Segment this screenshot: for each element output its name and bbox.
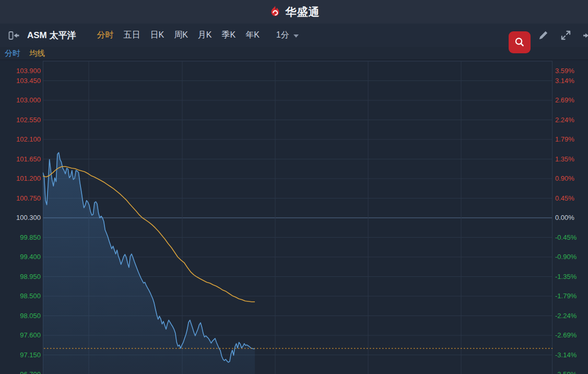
panel-right-icon [582, 30, 588, 41]
draw-button[interactable] [537, 29, 549, 41]
price-axis-label: 99.400 [0, 253, 41, 261]
percent-axis-label: 3.14% [555, 77, 574, 85]
tab-quarterly-k[interactable]: 季K [222, 30, 236, 41]
percent-axis-label: -0.45% [555, 233, 577, 242]
percent-axis-label: -3.59% [555, 370, 577, 374]
percent-axis-label: 3.59% [555, 67, 574, 75]
tab-five-day[interactable]: 五日 [124, 30, 140, 41]
percent-axis-label: 0.00% [555, 214, 574, 222]
interval-dropdown[interactable]: 1分 [276, 30, 299, 41]
tab-monthly-k[interactable]: 月K [198, 30, 212, 41]
price-axis-label: 99.850 [0, 233, 41, 242]
price-axis-label: 97.150 [0, 351, 41, 359]
percent-axis-label: 1.79% [555, 135, 574, 144]
percent-axis-label: 0.90% [555, 174, 574, 183]
percent-axis-label: 2.24% [555, 116, 574, 124]
toolbar-right-icons [537, 24, 588, 47]
panel-collapse-left-icon [8, 30, 20, 41]
percent-axis-label: -0.90% [555, 253, 577, 261]
price-axis-label: 98.500 [0, 292, 41, 300]
price-axis-label: 102.550 [0, 116, 41, 124]
chart-legend: 分时 均线 [0, 47, 588, 60]
percent-axis-label: -2.69% [555, 331, 577, 340]
price-axis-label: 100.750 [0, 194, 41, 203]
legend-minute-line[interactable]: 分时 [5, 49, 20, 59]
chart-toolbar: ASM 太平洋 分时 五日 日K 周K 月K 季K 年K 1分 [0, 24, 588, 48]
dock-panel-button[interactable] [582, 30, 588, 41]
percent-axis-label: -1.35% [555, 273, 577, 281]
interval-label: 1分 [276, 30, 289, 41]
tab-minute[interactable]: 分时 [97, 30, 114, 41]
percent-axis-label: -1.79% [555, 292, 577, 300]
search-icon [513, 36, 526, 49]
price-axis-label: 96.700 [0, 370, 41, 374]
trading-app-window: 华盛通 ASM 太平洋 分时 五日 日K 周K 月K 季K 年K 1分 [0, 0, 588, 374]
symbol-title: ASM 太平洋 [27, 29, 76, 41]
price-axis-label: 97.600 [0, 331, 41, 340]
percent-axis-label: -3.14% [555, 351, 577, 359]
price-axis-label: 101.200 [0, 174, 41, 183]
price-axis-label: 100.300 [0, 214, 41, 222]
search-button[interactable] [509, 31, 531, 53]
price-area-fill [43, 153, 255, 374]
period-tabs: 分时 五日 日K 周K 月K 季K 年K [97, 30, 260, 41]
percent-axis-label: 2.69% [555, 96, 574, 104]
tab-daily-k[interactable]: 日K [150, 30, 164, 41]
price-axis-label: 103.900 [0, 67, 41, 75]
tab-yearly-k[interactable]: 年K [245, 30, 260, 41]
expand-icon [560, 29, 572, 41]
app-title: 华盛通 [286, 5, 320, 19]
price-axis-label: 102.100 [0, 135, 41, 144]
price-axis-label: 103.450 [0, 77, 41, 85]
flame-logo-icon [268, 5, 282, 19]
plot-area [43, 60, 552, 374]
price-axis-label: 103.000 [0, 96, 41, 104]
fullscreen-button[interactable] [560, 29, 572, 41]
tab-weekly-k[interactable]: 周K [174, 30, 188, 41]
app-header: 华盛通 [0, 0, 588, 24]
price-axis-label: 98.050 [0, 312, 41, 320]
percent-axis-label: -2.24% [555, 312, 577, 320]
panel-collapse-left-button[interactable] [8, 30, 20, 41]
legend-average-line[interactable]: 均线 [29, 49, 45, 59]
chevron-down-icon [293, 34, 299, 38]
intraday-chart[interactable]: 103.900103.450103.000102.550102.100101.6… [0, 60, 588, 374]
price-axis-label: 98.950 [0, 273, 41, 281]
percent-axis-label: 1.35% [555, 155, 574, 163]
price-axis-label: 101.650 [0, 155, 41, 163]
pencil-icon [537, 29, 549, 41]
percent-axis-label: 0.45% [555, 194, 574, 203]
